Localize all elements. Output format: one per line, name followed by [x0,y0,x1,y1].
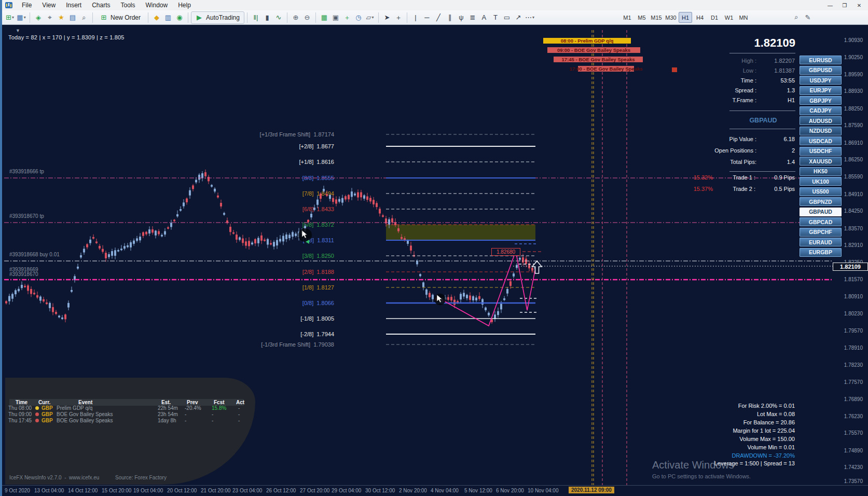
symbol-button-usdjpy[interactable]: USDJPY [800,76,842,85]
navigator-icon[interactable]: ⌕ [79,12,89,23]
trendline-icon[interactable]: ╱ [433,12,444,23]
panel-value: 6.18 [760,136,795,142]
timeframe-m5[interactable]: M5 [635,12,649,23]
panel-value: 2 [760,147,795,154]
timeframe-h4[interactable]: H4 [693,12,707,23]
risk-info-line: For Balance = 20.86 [650,419,795,425]
symbol-button-eurusd[interactable]: EURUSD [800,56,842,64]
symbol-button-eurjpy[interactable]: EURJPY [800,86,842,95]
horizontal-line-icon[interactable]: ─ [422,12,432,23]
vertical-line-icon[interactable]: | [410,12,421,23]
symbol-button-gbpusd[interactable]: GBPUSD [800,66,842,75]
menu-charts[interactable]: Charts [87,1,115,10]
new-order-button[interactable]: ⊞New Order [95,11,145,24]
symbol-button-eurgbp[interactable]: EURGBP [800,248,842,257]
menu-help[interactable]: Help [173,1,196,10]
pitchfork-icon[interactable]: ψ [456,12,466,23]
symbol-button-xauusd[interactable]: XAUUSD [800,157,842,166]
label-icon[interactable]: T [490,12,501,23]
time-axis-label: 26 Oct 12:00 [266,488,296,493]
timeframe-w1[interactable]: W1 [722,12,736,23]
profiles-icon[interactable]: ▦▾ [16,12,26,23]
trade-label: Trade 1 : [719,174,755,181]
symbol-button-usdcad[interactable]: USDCAD [800,136,842,145]
menu-insert[interactable]: Insert [61,1,87,10]
bar-chart-icon[interactable]: ‖| [251,12,261,23]
symbol-button-gbpchf[interactable]: GBPCHF [800,228,842,237]
favorites-icon[interactable]: ★ [56,12,66,23]
maximize-icon[interactable]: ❒ [838,2,851,9]
news-banner-1: 09:00 - BOE Gov Bailey Speaks [547,47,640,53]
fibonacci-icon[interactable]: ≣ [467,12,478,23]
crosshair-target-icon[interactable]: ⌖ [45,12,55,23]
symbol-button-gbpjpy[interactable]: GBPJPY [800,96,842,105]
toolbar: ⊞▾▦▾◈⌖★▤⌕⊞New Order◆▥◉▶AutoTrading‖|▮∿⊕⊖… [2,10,868,25]
panel-label: Low : [692,67,756,74]
trade-percent: 15.32% [686,174,713,181]
edit-pencil-icon[interactable]: ✎ [803,12,813,22]
news-act: - [238,418,240,423]
chart-shift-icon[interactable]: ◈ [33,12,44,23]
zoom-out-icon[interactable]: ⊖ [302,12,312,23]
candlestick-icon[interactable]: ▮ [262,12,272,23]
timeframe-m1[interactable]: M1 [621,12,634,23]
minimize-icon[interactable]: — [823,2,837,9]
templates-icon[interactable]: ▱▾ [365,12,375,23]
timeframe-group: M1M5M15M30H1H4D1W1MN [621,12,751,23]
crosshair-tool-icon[interactable]: ＋ [393,12,404,23]
timeframe-m30[interactable]: M30 [664,12,678,23]
symbol-button-gbpnzd[interactable]: GBPNZD [800,197,842,206]
market-icon[interactable]: ◆ [151,12,162,23]
timeframe-d1[interactable]: D1 [708,12,721,23]
symbol-title: GBPAUD [731,117,795,124]
new-chart-icon[interactable]: ⊞▾ [5,12,15,23]
periods-icon[interactable]: ◷ [353,12,364,23]
search-icon[interactable]: ⌕ [791,12,802,22]
menu-file[interactable]: File [17,1,37,10]
tile-windows-icon[interactable]: ▦ [319,12,329,23]
panel-value: H1 [760,97,795,103]
channel-icon[interactable]: ∥ [445,12,455,23]
autotrading-button[interactable]: ▶AutoTrading [191,11,244,24]
symbol-button-hk50[interactable]: HK50 [800,167,842,176]
menu-tools[interactable]: Tools [116,1,141,10]
symbol-button-uk100[interactable]: UK100 [800,177,842,186]
time-axis[interactable]: 9 Oct 202013 Oct 04:0014 Oct 12:0015 Oct… [2,485,868,496]
shapes-icon[interactable]: ▭ [502,12,512,23]
market-watch-icon[interactable]: ▤ [67,12,78,23]
news-curr: GBP [42,411,53,417]
menu-window[interactable]: Window [141,1,173,10]
close-icon[interactable]: ✕ [852,2,866,9]
symbol-button-gbpcad[interactable]: GBPCAD [800,217,842,226]
symbol-button-us500[interactable]: US500 [800,187,842,196]
time-axis-label: 19 Oct 04:00 [133,488,163,493]
menu-view[interactable]: View [37,1,61,10]
zoom-in-icon[interactable]: ⊕ [291,12,301,23]
timeframe-h1[interactable]: H1 [679,12,692,23]
symbol-button-gbpaud[interactable]: GBPAUD [800,208,842,216]
symbol-button-audusd[interactable]: AUDUSD [800,116,842,125]
symbol-button-euraud[interactable]: EURAUD [800,238,842,246]
symbol-button-cadjpy[interactable]: CADJPY [800,106,842,115]
symbol-button-nzdusd[interactable]: NZDUSD [800,127,842,135]
timeframe-m15[interactable]: M15 [650,12,663,23]
time-axis-label: 4 Nov 04:00 [431,488,459,493]
cursor-icon[interactable]: ➤ [382,12,392,23]
symbol-button-usdchf[interactable]: USDCHF [800,147,842,156]
arrange-windows-icon[interactable]: ▣ [330,12,341,23]
timeframe-mn[interactable]: MN [737,12,750,23]
more-tools-icon[interactable]: ⋯▾ [525,12,535,23]
arrows-icon[interactable]: ↗ [513,12,523,23]
news-time: Thu 09:00 [8,411,32,417]
signals-icon[interactable]: ◉ [174,12,185,23]
line-chart-icon[interactable]: ∿ [273,12,284,23]
panel-label: High : [692,58,756,64]
panel-divider [729,129,795,129]
time-axis-label: 6 Nov 20:00 [496,488,524,493]
news-time: Thu 08:00 [8,405,32,411]
add-indicator-icon[interactable]: ＋ [342,12,352,23]
news-event: BOE Gov Bailey Speaks [57,418,113,423]
text-icon[interactable]: A [479,12,489,23]
terminal-icon[interactable]: ▥ [163,12,173,23]
panel-divider [729,53,795,53]
